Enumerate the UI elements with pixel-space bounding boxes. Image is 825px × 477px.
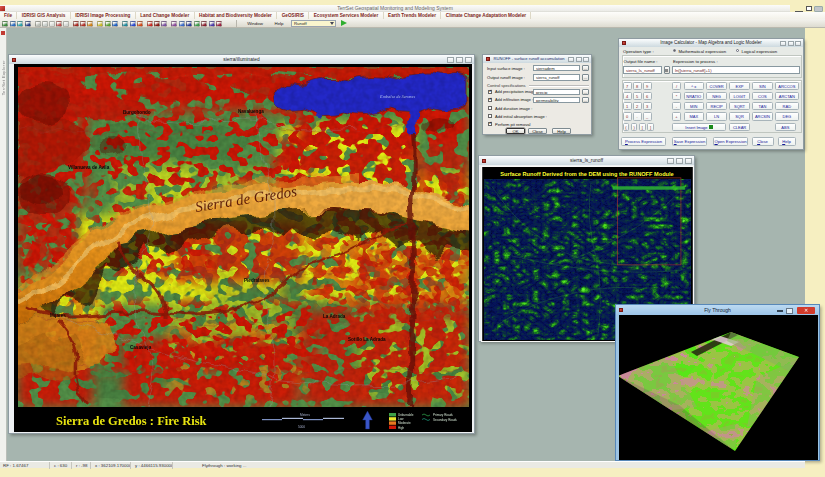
svg-text:5000: 5000 bbox=[298, 425, 305, 429]
svg-text:Primary Roads: Primary Roads bbox=[433, 413, 453, 417]
svg-text:Meters: Meters bbox=[300, 413, 310, 417]
svg-text:Sierra de Gredos : Fire Risk: Sierra de Gredos : Fire Risk bbox=[56, 414, 207, 428]
svg-text:Surface Runoff Derived from th: Surface Runoff Derived from the DEM usin… bbox=[500, 170, 673, 176]
svg-text:Secondary Roads: Secondary Roads bbox=[433, 418, 457, 422]
svg-text:High: High bbox=[398, 426, 405, 430]
